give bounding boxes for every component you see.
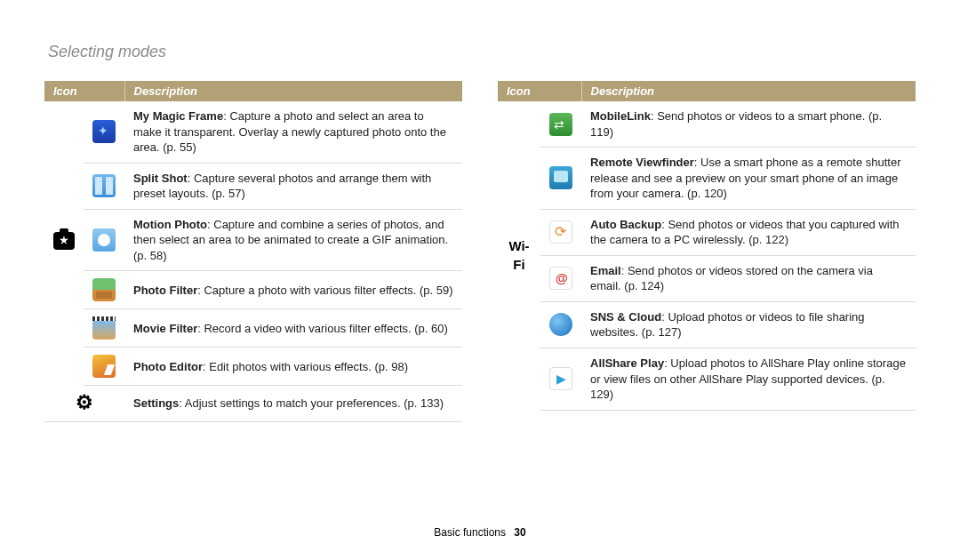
table-header-row: Icon Description: [44, 81, 462, 101]
movie-filter-icon: [92, 316, 116, 340]
header-description: Description: [581, 81, 916, 101]
table-row: Photo Filter: Capture a photo with vario…: [44, 271, 462, 309]
footer-page-number: 30: [514, 526, 525, 539]
desc-cell: My Magic Frame: Capture a photo and sele…: [124, 101, 462, 163]
table-row: AllShare Play: Upload photos to AllShare…: [498, 348, 916, 411]
table-row: Auto Backup: Send photos or videos that …: [498, 209, 916, 255]
allshare-play-icon: [549, 367, 572, 390]
table-row: Wi-Fi MobileLink: Send photos or videos …: [498, 101, 916, 148]
remote-viewfinder-icon: [549, 166, 572, 189]
category-cell-camera: [44, 101, 84, 386]
desc-cell: Photo Editor: Edit photos with various e…: [124, 348, 462, 386]
gear-icon: ⚙: [75, 393, 94, 412]
table-header-row: Icon Description: [498, 81, 916, 101]
header-description: Description: [124, 81, 462, 101]
desc-cell: Auto Backup: Send photos or videos that …: [581, 209, 916, 255]
auto-backup-icon: [549, 220, 572, 244]
table-row: Remote Viewfinder: Use a smart phone as …: [498, 148, 916, 210]
desc-cell: Photo Filter: Capture a photo with vario…: [124, 271, 462, 309]
category-cell-settings: ⚙: [44, 386, 124, 421]
desc-cell: Motion Photo: Capture and combine a seri…: [124, 209, 462, 271]
table-row: Motion Photo: Capture and combine a seri…: [44, 209, 462, 271]
category-cell-wifi: Wi-Fi: [498, 101, 540, 410]
table-row: Email: Send photos or videos stored on t…: [498, 255, 916, 301]
camera-star-icon: [53, 232, 75, 250]
desc-cell: AllShare Play: Upload photos to AllShare…: [581, 348, 916, 411]
page-footer: Basic functions 30: [0, 526, 960, 539]
photo-editor-icon: [92, 355, 116, 378]
magic-frame-icon: [92, 120, 116, 143]
mobilelink-icon: [549, 113, 572, 136]
right-column: Icon Description Wi-Fi MobileLink: Send …: [498, 81, 916, 422]
sns-cloud-icon: [549, 313, 572, 336]
desc-cell: Email: Send photos or videos stored on t…: [581, 255, 916, 301]
photo-filter-icon: [92, 278, 116, 301]
desc-cell: Settings: Adjust settings to match your …: [124, 386, 462, 421]
right-table: Icon Description Wi-Fi MobileLink: Send …: [498, 81, 916, 411]
desc-cell: SNS & Cloud: Upload photos or videos to …: [581, 301, 916, 348]
table-row: Movie Filter: Record a video with variou…: [44, 309, 462, 348]
header-icon: Icon: [498, 81, 581, 101]
header-icon: Icon: [44, 81, 124, 101]
desc-cell: MobileLink: Send photos or videos to a s…: [581, 101, 916, 148]
desc-cell: Movie Filter: Record a video with variou…: [124, 309, 462, 348]
left-column: Icon Description My Magic Frame: Capture…: [44, 81, 462, 422]
table-row-settings: ⚙ Settings: Adjust settings to match you…: [44, 386, 462, 421]
left-table: Icon Description My Magic Frame: Capture…: [44, 81, 462, 422]
motion-photo-icon: [92, 228, 116, 252]
content-columns: Icon Description My Magic Frame: Capture…: [44, 81, 916, 422]
table-row: SNS & Cloud: Upload photos or videos to …: [498, 301, 916, 348]
split-shot-icon: [92, 174, 116, 197]
table-row: My Magic Frame: Capture a photo and sele…: [44, 101, 462, 163]
page-title: Selecting modes: [48, 43, 916, 61]
footer-section: Basic functions: [434, 526, 506, 539]
desc-cell: Split Shot: Capture several photos and a…: [124, 163, 462, 209]
table-row: Split Shot: Capture several photos and a…: [44, 163, 462, 209]
email-icon: [549, 267, 572, 290]
desc-cell: Remote Viewfinder: Use a smart phone as …: [581, 148, 916, 210]
table-row: Photo Editor: Edit photos with various e…: [44, 348, 462, 386]
